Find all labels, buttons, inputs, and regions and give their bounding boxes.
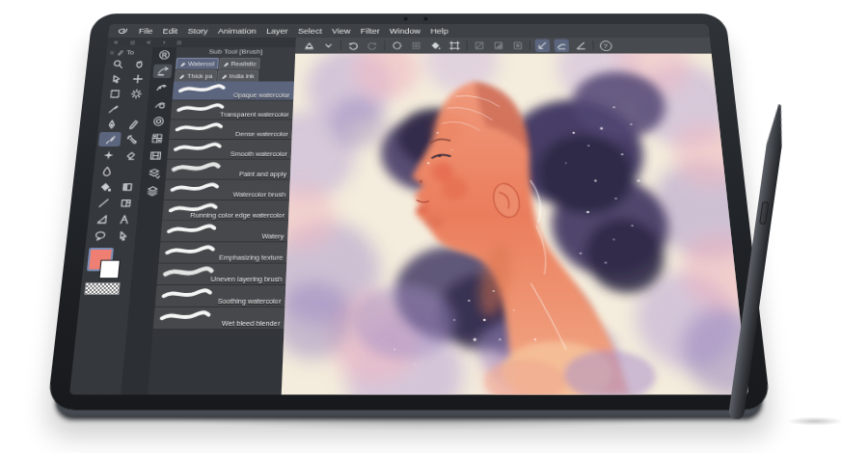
panel-collapse-row — [107, 38, 296, 47]
hand-tool-icon[interactable] — [127, 57, 149, 70]
sub-tool-tabs: Watercol Realistic Thick pa India ink — [174, 57, 295, 82]
menubar: File Edit Story Animation Layer Select V… — [108, 24, 710, 38]
front-camera — [403, 16, 408, 20]
airbrush-tool-icon[interactable] — [120, 132, 143, 147]
auto-select-tool-icon[interactable] — [124, 87, 148, 101]
pen-tool-icon[interactable] — [100, 117, 123, 131]
menu-story[interactable]: Story — [187, 26, 208, 35]
invert-selection-icon[interactable] — [409, 40, 423, 52]
drawing-canvas[interactable] — [282, 54, 748, 395]
tab-realistic[interactable]: Realistic — [219, 58, 260, 69]
divider — [467, 40, 468, 50]
brush-item[interactable]: Soothing watercolor — [155, 285, 286, 307]
fill-tool-icon[interactable] — [94, 179, 118, 195]
pencil-tool-icon[interactable] — [122, 117, 145, 131]
brush-tab-icon — [178, 73, 185, 79]
brush-tab-icon — [223, 61, 230, 67]
sub-view-panel-icon[interactable] — [147, 131, 167, 146]
divider — [529, 40, 530, 50]
snap-to-grid-icon[interactable] — [573, 40, 588, 52]
balloon-tool-icon[interactable] — [88, 227, 112, 243]
menu-edit[interactable]: Edit — [162, 26, 177, 35]
stylus-tip — [766, 103, 787, 149]
eyedropper-tool-icon[interactable] — [101, 101, 124, 116]
menu-animation[interactable]: Animation — [218, 26, 257, 35]
panel-grip — [110, 51, 114, 54]
product-scene: File Edit Story Animation Layer Select V… — [0, 0, 868, 453]
tool-property-panel-icon[interactable] — [151, 81, 172, 95]
redo-icon[interactable] — [365, 40, 379, 52]
brush-size-panel-icon[interactable] — [149, 97, 170, 112]
zoom-tool-icon[interactable] — [106, 57, 128, 70]
brush-item[interactable]: Transparent watercolor — [171, 100, 293, 120]
tablet: File Edit Story Animation Layer Select V… — [47, 13, 771, 410]
clip-studio-logo-icon[interactable] — [117, 26, 129, 37]
border-effect-none-icon[interactable] — [472, 40, 487, 52]
collapse-panel-icon[interactable] — [147, 39, 151, 46]
line-tool-icon[interactable] — [92, 195, 116, 210]
brush-item[interactable]: Wet bleed blender — [153, 307, 285, 330]
blend-tool-icon[interactable] — [95, 163, 118, 178]
menu-help[interactable]: Help — [430, 26, 448, 35]
sub-tool-panel-icon[interactable] — [152, 65, 172, 78]
tab-thick-paint[interactable]: Thick pa — [175, 70, 217, 82]
border-effect-on-icon[interactable] — [510, 40, 526, 52]
navigator-panel-icon[interactable] — [149, 114, 169, 128]
fill-icon[interactable] — [428, 40, 443, 52]
border-effect-half-icon[interactable] — [491, 40, 506, 52]
divider — [384, 40, 385, 50]
transparent-color-swatch[interactable] — [84, 282, 120, 295]
decoration-tool-icon[interactable] — [96, 147, 120, 162]
divider — [340, 40, 341, 50]
brush-tool-icon[interactable] — [98, 132, 122, 147]
selection-tool-icon[interactable] — [103, 87, 126, 101]
layer-property-panel-icon[interactable] — [144, 166, 164, 181]
light-sensor — [423, 16, 428, 20]
brush-item[interactable]: Opaque watercolor — [172, 82, 293, 101]
text-tool-icon[interactable] — [112, 211, 136, 226]
panel-grip[interactable] — [177, 40, 182, 44]
transform-frame-icon[interactable] — [448, 40, 462, 52]
snap-to-ruler-icon[interactable] — [535, 40, 551, 52]
menu-layer[interactable]: Layer — [266, 26, 288, 35]
layer-panel-icon[interactable] — [142, 183, 162, 199]
brush-item[interactable]: Emphasizing texture — [158, 242, 287, 263]
deselect-icon[interactable] — [390, 40, 404, 52]
background-color-swatch[interactable] — [98, 260, 120, 280]
color-swatches — [82, 248, 132, 295]
eraser-tool-icon[interactable] — [119, 147, 142, 162]
operation-tool-icon[interactable] — [110, 227, 134, 243]
brush-item[interactable]: Smooth watercolor — [167, 140, 291, 160]
undo-icon[interactable] — [345, 40, 360, 52]
brush-item[interactable]: Watercolor brush — [164, 180, 290, 200]
tab-india-ink[interactable]: India ink — [217, 70, 258, 82]
tab-watercolor[interactable]: Watercol — [176, 58, 218, 69]
menu-filter[interactable]: Filter — [361, 26, 380, 35]
app-menu-icon[interactable] — [302, 40, 317, 52]
panel-grip[interactable] — [130, 40, 135, 44]
object-tool-icon[interactable] — [105, 71, 128, 86]
menu-view[interactable]: View — [332, 26, 350, 35]
brush-item[interactable]: Paint and apply — [166, 160, 291, 180]
figure-tool-icon[interactable] — [90, 211, 114, 226]
help-icon[interactable] — [598, 40, 613, 52]
sub-tool-panel-title: Sub Tool [Brush] — [176, 47, 295, 57]
expand-panel-icon[interactable] — [162, 39, 165, 46]
brush-item[interactable]: Dense watercolor — [169, 120, 292, 140]
quick-access-panel-icon[interactable] — [154, 48, 174, 62]
gradient-tool-icon[interactable] — [115, 179, 138, 195]
left-panel-group: To — [69, 38, 296, 395]
collapse-panel-icon[interactable] — [114, 39, 119, 46]
menu-window[interactable]: Window — [390, 26, 420, 35]
timeline-panel-icon[interactable] — [145, 148, 165, 163]
move-tool-icon[interactable] — [126, 71, 149, 86]
menu-file[interactable]: File — [139, 26, 153, 35]
brush-item[interactable]: Uneven layering brush — [156, 264, 286, 286]
frame-tool-icon[interactable] — [114, 195, 138, 210]
menu-select[interactable]: Select — [298, 26, 322, 35]
brush-item[interactable]: Watery — [160, 221, 288, 242]
brush-item[interactable]: Running color edge watercolor — [162, 200, 289, 222]
chevron-down-icon[interactable] — [321, 40, 337, 52]
snap-to-special-ruler-icon[interactable] — [554, 40, 569, 52]
brush-tab-icon — [179, 61, 186, 67]
